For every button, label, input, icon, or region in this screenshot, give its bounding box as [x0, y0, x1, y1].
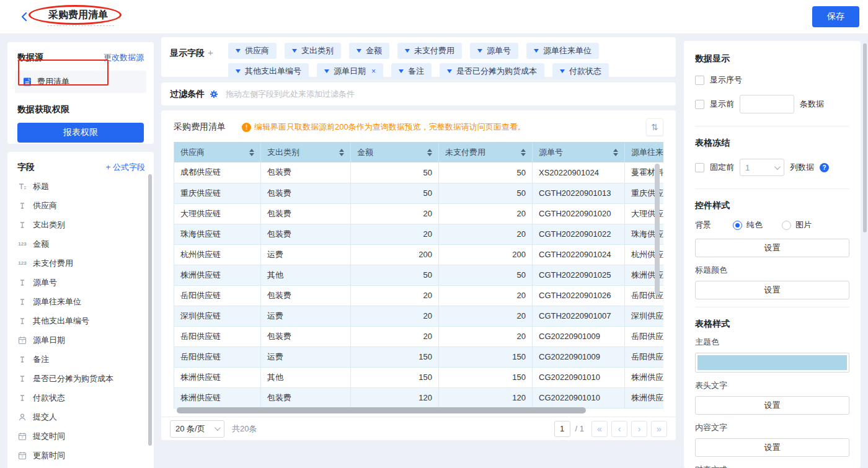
field-item[interactable]: 7更新时间 — [17, 446, 145, 465]
radio-selected-icon[interactable] — [733, 221, 742, 230]
sort-arrows-icon[interactable] — [521, 149, 526, 156]
page-size-select[interactable]: 20 条/页 — [170, 420, 224, 438]
field-item[interactable]: 支出类别 — [17, 215, 145, 234]
column-header[interactable]: 源单往来单位 — [625, 142, 664, 162]
caret-down-icon[interactable] — [236, 69, 241, 73]
field-item[interactable]: 供应商 — [17, 196, 145, 215]
field-item[interactable]: 123金额 — [17, 234, 145, 254]
display-field-chip[interactable]: 金额 — [349, 43, 389, 59]
field-item[interactable]: 付款状态 — [17, 388, 145, 407]
caret-down-icon[interactable] — [356, 49, 361, 53]
caret-down-icon[interactable] — [534, 49, 539, 53]
field-item[interactable]: 是否已分摊为购货成本 — [17, 369, 145, 388]
table-row[interactable]: 深圳供应链运费2020CGTH20220901007深圳供应链 — [174, 306, 664, 326]
caret-down-icon[interactable] — [292, 49, 297, 53]
column-header[interactable]: 供应商 — [174, 142, 261, 162]
freeze-count-select[interactable]: 1 — [740, 159, 784, 176]
table-row[interactable]: 株洲供应链其他150150CG20220901010株洲供应链 — [174, 367, 664, 387]
table-row[interactable]: 成都供应链包装费5050XS20220901024蔓霍材料 — [174, 162, 664, 183]
table-horizontal-scrollbar[interactable] — [177, 407, 586, 413]
help-icon[interactable]: ? — [820, 163, 829, 172]
pagination-bar: 20 条/页 共20条 1 / 1 «‹›» — [161, 417, 676, 440]
page-title[interactable]: 采购费用清单 — [47, 7, 114, 26]
table-row[interactable]: 岳阳供应链包装费2020CG20220901009岳阳供应链 — [174, 326, 664, 347]
page-scrollbar[interactable] — [863, 43, 867, 232]
table-cell: 包装费 — [261, 162, 351, 183]
field-item[interactable]: 源单往来单位 — [17, 292, 145, 311]
table-row[interactable]: 岳阳供应链运费150150CG20220901009岳阳供应链 — [174, 347, 664, 367]
display-field-chip[interactable]: 源单号 — [470, 43, 518, 59]
field-item[interactable]: 源单号 — [17, 273, 145, 292]
table-vertical-scrollbar[interactable] — [655, 164, 660, 295]
column-header[interactable]: 金额 — [351, 142, 439, 162]
bg-solid-option[interactable]: 纯色 — [733, 219, 763, 231]
field-item[interactable]: 备注 — [17, 350, 145, 369]
sort-arrows-icon[interactable] — [427, 149, 432, 156]
caret-down-icon[interactable] — [477, 49, 482, 53]
bg-image-option[interactable]: 图片 — [782, 219, 812, 231]
display-field-chip[interactable]: 是否已分摊为购货成本 — [440, 63, 544, 79]
title-color-set-button[interactable]: 设置 — [695, 281, 849, 299]
display-field-chip[interactable]: 源单日期× — [317, 63, 383, 79]
table-row[interactable]: 重庆供应链包装费5050CGTH20220901013重庆供应链 — [174, 183, 664, 203]
prev-page-icon[interactable]: ‹ — [611, 421, 627, 437]
display-field-chip[interactable]: 备注 — [391, 63, 432, 79]
current-page-input[interactable]: 1 — [554, 421, 570, 437]
remove-chip-icon[interactable]: × — [371, 67, 376, 76]
field-item[interactable]: 123未支付费用 — [17, 254, 145, 273]
field-item[interactable]: 标题 — [17, 177, 145, 196]
datasource-item[interactable]: 费用清单 — [15, 71, 146, 93]
caret-down-icon[interactable] — [399, 69, 404, 73]
freeze-checkbox[interactable] — [695, 163, 704, 172]
sort-arrows-icon[interactable] — [249, 149, 254, 156]
back-icon[interactable] — [17, 10, 31, 24]
table-row[interactable]: 株洲供应链包装费120120CG20220901010株洲供应链 — [174, 387, 664, 408]
caret-down-icon[interactable] — [405, 49, 410, 53]
display-field-chip[interactable]: 支出类别 — [285, 43, 341, 59]
column-header[interactable]: 未支付费用 — [439, 142, 533, 162]
table-row[interactable]: 珠海供应链包装费2020CGTH20220901022珠海供应链 — [174, 224, 664, 244]
content-text-set-button[interactable]: 设置 — [695, 438, 849, 457]
sort-toggle-icon[interactable]: ⇅ — [646, 118, 663, 136]
display-field-chip[interactable]: 其他支出单编号 — [228, 63, 309, 79]
freeze-suffix: 列数据 — [790, 162, 814, 173]
table-row[interactable]: 杭州供应链运费200200CGTH20220901024杭州供应链 — [174, 244, 664, 265]
radio-icon[interactable] — [782, 221, 791, 230]
caret-down-icon[interactable] — [447, 69, 452, 73]
display-field-chip[interactable]: 源单往来单位 — [526, 43, 599, 59]
column-header[interactable]: 支出类别 — [261, 142, 351, 162]
header-text-set-button[interactable]: 设置 — [695, 396, 849, 415]
first-page-icon[interactable]: « — [591, 421, 608, 437]
add-formula-field-link[interactable]: + 公式字段 — [106, 162, 145, 173]
report-permission-button[interactable]: 报表权限 — [17, 123, 144, 143]
sort-arrows-icon[interactable] — [339, 149, 344, 156]
display-field-chip[interactable]: 未支付费用 — [397, 43, 462, 59]
show-first-checkbox[interactable] — [695, 100, 704, 109]
field-item[interactable]: 7源单日期 — [17, 330, 145, 350]
display-field-chip[interactable]: 供应商 — [228, 43, 277, 59]
table-row[interactable]: 株洲供应链其他5050CGTH20220901025株洲供应链 — [174, 265, 664, 285]
field-item[interactable]: 提交人 — [17, 407, 145, 426]
next-page-icon[interactable]: › — [631, 421, 647, 437]
caret-down-icon[interactable] — [324, 69, 329, 73]
change-datasource-link[interactable]: 更改数据源 — [104, 52, 144, 63]
field-item[interactable]: 7提交时间 — [17, 426, 145, 446]
theme-color-swatch[interactable] — [695, 353, 849, 373]
gear-icon[interactable] — [210, 90, 218, 99]
display-field-chip[interactable]: 付款状态 — [552, 63, 609, 79]
caret-down-icon[interactable] — [236, 49, 241, 53]
column-header[interactable]: 源单号 — [533, 142, 625, 162]
show-index-checkbox[interactable] — [695, 76, 704, 85]
table-row[interactable]: 岳阳供应链包装费2020CGTH20220901026岳阳供应链 — [174, 285, 664, 306]
add-display-field-icon[interactable]: + — [208, 47, 213, 58]
show-first-count-input[interactable] — [740, 95, 794, 113]
caret-down-icon[interactable] — [560, 69, 565, 73]
background-set-button[interactable]: 设置 — [695, 239, 849, 257]
fields-scrollbar[interactable] — [148, 174, 152, 446]
last-page-icon[interactable]: » — [651, 421, 667, 437]
save-button[interactable]: 保存 — [812, 6, 859, 27]
field-item[interactable]: 其他支出单编号 — [17, 311, 145, 330]
table-row[interactable]: 大理供应链包装费2020CGTH20220901020大理供应链 — [174, 203, 664, 224]
filter-panel[interactable]: 过滤条件 拖动左侧字段到此处来添加过滤条件 — [161, 82, 676, 105]
sort-arrows-icon[interactable] — [613, 149, 618, 156]
